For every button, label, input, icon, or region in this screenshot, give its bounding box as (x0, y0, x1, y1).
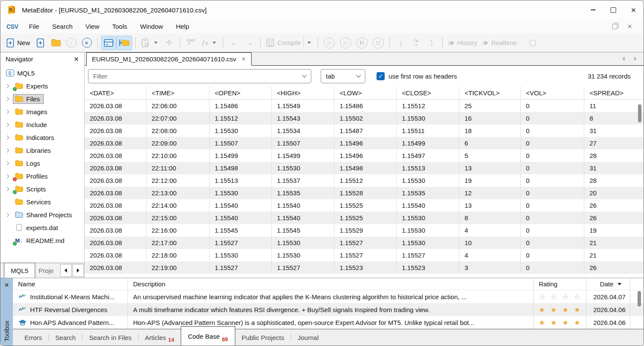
history-button[interactable]: ≡ History (446, 36, 480, 50)
compile-dropdown-button[interactable] (304, 36, 315, 50)
toolbox-close-icon[interactable]: ✕ (4, 282, 9, 288)
csv-data-row[interactable]: 2026.03.0822:19:001.155271.155271.155231… (85, 261, 644, 274)
download-button[interactable]: ↓ (64, 36, 79, 50)
toolbox-tab-search[interactable]: Search (49, 329, 82, 346)
navigator-tab-mql5[interactable]: MQL5 (4, 263, 35, 278)
column-header-name[interactable]: Name (13, 278, 128, 290)
nav-item-experts[interactable]: ✓Experts (0, 79, 84, 92)
column-header-rating[interactable]: Rating (534, 278, 586, 290)
toolbox-tab-journal[interactable]: Journal (291, 329, 325, 346)
tab-close-icon[interactable]: ✕ (241, 56, 246, 62)
codebase-row-htf-reversal-divergences[interactable]: HTF Reversal DivergencesA multi timefram… (13, 303, 644, 316)
toolbox-scrollbar[interactable] (637, 291, 642, 325)
function-search-button[interactable]: ƒx (199, 36, 220, 50)
play-button[interactable]: ▷ (337, 36, 354, 50)
navigator-tab-projects[interactable]: Proje (35, 263, 60, 278)
tree-expand-chevron-icon[interactable] (6, 188, 13, 191)
menu-view[interactable]: View (79, 23, 106, 30)
paste-button[interactable] (139, 36, 161, 50)
grid-scrollbar-thumb[interactable] (638, 104, 641, 122)
toggle-editor-layout-button[interactable] (101, 36, 116, 50)
csv-data-row[interactable]: 2026.03.0822:10:001.154991.154991.154961… (85, 149, 644, 162)
csv-data-row[interactable]: 2026.03.0822:18:001.155301.155301.155271… (85, 249, 644, 261)
grid-scrollbar[interactable] (637, 103, 642, 274)
tree-expand-chevron-icon[interactable] (6, 123, 13, 126)
step-out-button[interactable]: ↑ (424, 36, 439, 50)
new-file-button[interactable] (33, 36, 48, 50)
tree-expand-chevron-icon[interactable] (6, 175, 13, 178)
stop-button[interactable] (370, 36, 386, 50)
codebase-row-institutional-k-means-machi[interactable]: Institutional K-Means Machi...An unsuper… (13, 290, 644, 303)
csv-data-row[interactable]: 2026.03.0822:13:001.155301.155351.155281… (85, 187, 644, 199)
csv-column-header-time[interactable]: <TIME> (146, 86, 210, 99)
tree-expand-chevron-icon[interactable] (6, 149, 13, 152)
paste-dropdown-arrow[interactable] (154, 42, 158, 44)
ai-assistant-button[interactable]: ✧ (161, 36, 177, 50)
tree-expand-chevron-icon[interactable] (6, 110, 13, 113)
toolbox-tab-errors[interactable]: Errors (18, 329, 49, 346)
tree-expand-chevron-icon[interactable] (6, 97, 13, 100)
csv-data-row[interactable]: 2026.03.0822:11:001.154981.155301.154981… (85, 162, 644, 174)
navigate-back-button[interactable]: ← (226, 36, 242, 50)
nav-item-include[interactable]: Include (0, 118, 84, 131)
nav-item-shared-projects[interactable]: Shared Projects (0, 208, 84, 221)
nav-item-indicators[interactable]: Indicators (0, 131, 84, 144)
tree-expand-chevron-icon[interactable] (6, 162, 13, 165)
toolbox-tab-code-base[interactable]: Code Base69 (181, 326, 235, 346)
csv-column-header-date[interactable]: <DATE> (85, 86, 146, 99)
tab-scroll-right-icon[interactable] (634, 57, 637, 61)
tree-expand-chevron-icon[interactable] (6, 136, 13, 139)
csv-column-header-vol[interactable]: <VOL> (521, 86, 584, 99)
navigator-close-icon[interactable]: ✕ (73, 55, 79, 63)
mdi-restore-icon[interactable] (612, 24, 617, 29)
toggle-navigator-button[interactable] (116, 36, 132, 50)
csv-column-header-low[interactable]: <LOW> (334, 86, 397, 99)
delimiter-dropdown-chevron-icon[interactable] (356, 73, 361, 77)
csv-data-row[interactable]: 2026.03.0822:06:001.154861.155491.154861… (85, 100, 644, 112)
nav-item-logs[interactable]: Logs (0, 157, 84, 170)
csv-data-row[interactable]: 2026.03.0822:16:001.155451.155451.155291… (85, 224, 644, 237)
window-mode-button[interactable] (525, 36, 541, 50)
menu-file[interactable]: File (22, 23, 46, 30)
tree-expand-chevron-icon[interactable] (6, 213, 13, 216)
csv-column-header-close[interactable]: <CLOSE> (397, 86, 459, 99)
nav-item-readme-md[interactable]: M↓✓README.md (0, 234, 84, 247)
realtime-button[interactable]: ≡ Realtime (480, 36, 519, 50)
column-header-date[interactable]: Date (586, 278, 630, 290)
download-all-button[interactable]: » (79, 36, 94, 50)
navigator-tab-scroll-right-button[interactable] (73, 264, 84, 277)
new-button[interactable]: New (4, 36, 33, 50)
first-row-headers-option[interactable]: ✓ use first row as headers (377, 72, 457, 80)
variables-button[interactable]: VAR↗ (183, 36, 199, 50)
toolbox-tab-public-projects[interactable]: Public Projects (235, 329, 291, 346)
menu-search[interactable]: Search (46, 23, 79, 30)
nav-item-scripts[interactable]: ✓Scripts (0, 182, 84, 195)
menu-tools[interactable]: Tools (106, 23, 134, 30)
csv-column-header-tickvol[interactable]: <TICKVOL> (459, 86, 521, 99)
csv-data-row[interactable]: 2026.03.0822:09:001.155071.155071.154961… (85, 137, 644, 149)
start-debug-button[interactable]: ▷ (321, 36, 337, 50)
column-header-description[interactable]: Description (128, 278, 534, 290)
nav-item-profiles[interactable]: !Profiles (0, 170, 84, 182)
nav-item-experts-dat[interactable]: experts.dat (0, 221, 84, 234)
first-row-headers-checkbox[interactable]: ✓ (377, 72, 385, 80)
toolbox-scrollbar-thumb[interactable] (638, 291, 641, 307)
mdi-close-icon[interactable]: ✕ (627, 23, 632, 30)
menu-csv[interactable]: CSV (6, 23, 22, 30)
csv-data-row[interactable]: 2026.03.0822:07:001.155121.155431.155021… (85, 112, 644, 124)
csv-column-header-high[interactable]: <HIGH> (272, 86, 334, 99)
minimize-button[interactable] (583, 0, 603, 19)
maximize-button[interactable] (603, 0, 623, 19)
nav-item-files[interactable]: Files (0, 92, 84, 105)
nav-item-libraries[interactable]: Libraries (0, 144, 84, 157)
csv-data-row[interactable]: 2026.03.0822:17:001.155271.155301.155271… (85, 237, 644, 249)
toolbox-tab-search-in-files[interactable]: Search in Files (82, 329, 138, 346)
csv-data-row[interactable]: 2026.03.0822:12:001.155131.155371.155121… (85, 174, 644, 187)
csv-file-tab[interactable]: EURUSD_M1_202603082206_202604071610.csv … (86, 52, 252, 66)
tab-scroll-left-icon[interactable] (622, 57, 625, 61)
navigator-tab-scroll-left-button[interactable] (60, 264, 72, 277)
fx-dropdown-arrow[interactable] (213, 42, 216, 44)
csv-data-row[interactable]: 2026.03.0822:15:001.155401.155401.155251… (85, 212, 644, 224)
pause-button[interactable] (354, 36, 370, 50)
csv-data-row[interactable]: 2026.03.0822:08:001.155301.155341.154871… (85, 124, 644, 137)
